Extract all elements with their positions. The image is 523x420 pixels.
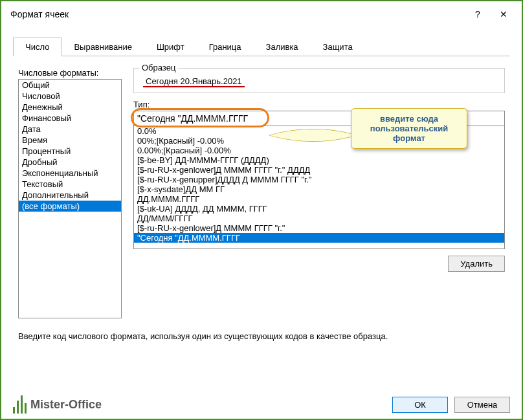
format-item[interactable]: [$-ru-RU-x-genlower]Д ММММ ГГГГ "г." ДДД… <box>134 165 504 175</box>
tab-fill[interactable]: Заливка <box>254 38 311 56</box>
tab-number[interactable]: Число <box>13 38 61 56</box>
hint-text: Введите код числового формата, используя… <box>18 331 505 341</box>
format-item[interactable]: [$-ru-RU-x-genupper]ДДДД Д ММММ ГГГГ "г.… <box>134 175 504 184</box>
logo-text: Mister-Office <box>30 398 102 412</box>
help-button[interactable]: ? <box>465 5 491 23</box>
category-item[interactable]: Денежный <box>19 102 121 113</box>
format-item[interactable]: [$-x-sysdate]ДД ММ ГГ <box>134 184 504 194</box>
sample-box: Образец Сегодня 20.Январь.2021 <box>133 68 505 93</box>
ok-button[interactable]: ОК <box>392 397 448 413</box>
logo-bars-icon <box>13 395 27 414</box>
format-item[interactable]: [$-be-BY] ДД-ММММ-ГГГГ (ДДДД) <box>134 155 504 165</box>
format-item-selected[interactable]: "Сегодня "ДД.ММММ.ГГГГ <box>134 233 504 243</box>
columns: Числовые форматы: Общий Числовой Денежны… <box>18 68 505 318</box>
close-button[interactable]: ✕ <box>491 5 517 23</box>
format-item[interactable]: ДД/МММ/ГГГГ <box>134 214 504 223</box>
category-item[interactable]: Экспоненциальный <box>19 168 121 179</box>
category-item[interactable]: Дробный <box>19 157 121 168</box>
sample-label: Образец <box>139 63 178 72</box>
tab-body: Числовые форматы: Общий Числовой Денежны… <box>13 56 510 346</box>
category-list[interactable]: Общий Числовой Денежный Финансовый Дата … <box>18 79 122 318</box>
sample-value: Сегодня 20.Январь.2021 <box>143 70 245 87</box>
category-item[interactable]: Числовой <box>19 91 121 102</box>
delete-row: Удалить <box>133 256 505 272</box>
right-column: Образец Сегодня 20.Январь.2021 Тип: 0.0%… <box>133 68 505 318</box>
category-item[interactable]: Дата <box>19 124 121 135</box>
tab-font[interactable]: Шрифт <box>144 38 197 56</box>
category-item[interactable]: Время <box>19 135 121 146</box>
tab-protection[interactable]: Защита <box>311 38 365 56</box>
category-item[interactable]: Текстовый <box>19 179 121 190</box>
format-item[interactable]: ДД.ММММ.ГГГГ <box>134 194 504 204</box>
tab-border[interactable]: Граница <box>197 38 254 56</box>
tab-strip: Число Выравнивание Шрифт Граница Заливка… <box>13 38 510 56</box>
cancel-button[interactable]: Отмена <box>454 397 510 413</box>
titlebar-buttons: ? ✕ <box>465 5 517 23</box>
callout-annotation: введите сюда пользовательский формат <box>351 108 467 149</box>
close-icon: ✕ <box>500 9 507 19</box>
category-item[interactable]: Дополнительный <box>19 190 121 201</box>
category-item[interactable]: Общий <box>19 80 121 91</box>
footer: Mister-Office ОК Отмена <box>13 395 510 414</box>
categories-label: Числовые форматы: <box>18 68 122 78</box>
tab-alignment[interactable]: Выравнивание <box>61 38 144 56</box>
titlebar: Формат ячеек ? ✕ <box>1 1 522 27</box>
footer-buttons: ОК Отмена <box>392 397 510 413</box>
format-item[interactable]: [$-uk-UA] ДДДД, ДД ММММ, ГГГГ <box>134 204 504 214</box>
delete-button[interactable]: Удалить <box>448 256 505 272</box>
left-column: Числовые форматы: Общий Числовой Денежны… <box>18 68 122 318</box>
category-item-all-formats[interactable]: (все форматы) <box>19 201 121 212</box>
logo: Mister-Office <box>13 395 102 414</box>
category-item[interactable]: Процентный <box>19 146 121 157</box>
window-title: Формат ячеек <box>10 9 465 19</box>
format-item[interactable]: [$-ru-RU-x-genlower]Д ММММ ГГГГ "г." <box>134 223 504 233</box>
help-icon: ? <box>475 9 480 19</box>
category-item[interactable]: Финансовый <box>19 113 121 124</box>
format-cells-dialog: Формат ячеек ? ✕ Число Выравнивание Шриф… <box>0 0 523 420</box>
content-area: Число Выравнивание Шрифт Граница Заливка… <box>1 27 522 346</box>
